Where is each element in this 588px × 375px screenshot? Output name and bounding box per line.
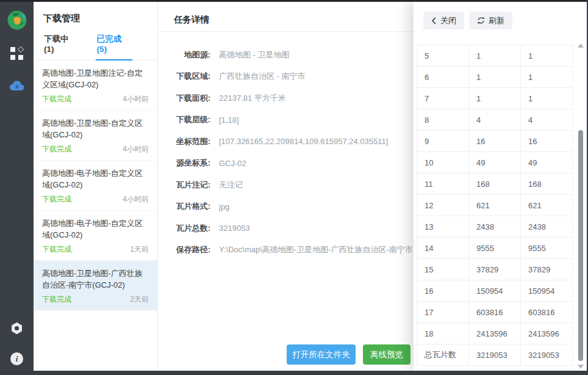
table-row: 12 621 621 — [417, 195, 573, 216]
sidebar: i — [0, 2, 34, 371]
table-cell-level: 17 — [417, 302, 469, 322]
table-cell-count-1: 4 — [469, 109, 521, 130]
table-cell-count-1: 2413596 — [469, 323, 521, 344]
table-cell-count-2: 621 — [521, 195, 573, 216]
table-cell-count-2: 2413596 — [521, 323, 573, 344]
table-cell-count-2: 3219053 — [521, 344, 573, 365]
tab-downloading[interactable]: 下载中(1) — [43, 32, 80, 60]
download-item-time: 4小时前 — [123, 194, 149, 205]
detail-field-value: 3219053 — [219, 224, 250, 233]
download-item-status: 下载完成 — [42, 94, 71, 104]
download-item-status: 下载完成 — [42, 144, 71, 155]
detail-field-label: 下载面积: — [159, 93, 210, 104]
download-item-time: 1天前 — [130, 244, 149, 255]
table-cell-count-1: 1 — [469, 67, 521, 87]
detail-field-value: GCJ-02 — [219, 159, 246, 168]
table-cell-count-1: 168 — [469, 173, 521, 194]
table-cell-level: 总瓦片数 — [417, 344, 469, 365]
table-cell-level: 6 — [417, 67, 469, 87]
download-item-meta: 下载完成 1天前 — [42, 244, 149, 255]
window-top-edge — [0, 0, 588, 2]
offline-preview-button[interactable]: 离线预览 — [363, 344, 411, 365]
table-row: 13 2438 2438 — [417, 216, 573, 238]
table-cell-count-2: 150954 — [521, 280, 573, 301]
chevron-left-icon — [431, 17, 437, 24]
close-button[interactable]: 关闭 — [423, 12, 464, 29]
download-item-meta: 下载完成 4小时前 — [42, 144, 149, 155]
table-cell-count-2: 4 — [521, 109, 573, 130]
detail-field-value: 广西壮族自治区 - 南宁市 — [219, 71, 306, 82]
window-bottom-edge — [0, 371, 588, 375]
download-item-time: 4小时前 — [123, 144, 149, 155]
table-cell-count-2: 1 — [521, 67, 573, 87]
table-row: 7 1 1 — [417, 88, 573, 109]
cloud-download-icon[interactable] — [0, 79, 34, 92]
table-cell-count-1: 1 — [469, 88, 521, 109]
table-row: 11 168 168 — [417, 173, 573, 195]
detail-field-value: jpg — [219, 202, 229, 211]
detail-field-label: 下载层级: — [159, 114, 210, 125]
detail-field-value: 高德地图 - 卫星地图 — [219, 49, 290, 60]
scrollbar-thumb[interactable] — [578, 130, 583, 361]
download-item-status: 下载完成 — [42, 294, 71, 305]
detail-field-label: 源坐标系: — [159, 158, 210, 169]
table-cell-count-1: 150954 — [469, 280, 521, 301]
detail-field-label: 下载区域: — [159, 71, 210, 82]
globe-logo-icon[interactable] — [0, 10, 34, 31]
table-row: 6 1 1 — [417, 67, 573, 88]
download-item[interactable]: 高德地图-卫星地图-广西壮族自治区-南宁市(GCJ-02) 下载完成 2天前 — [34, 261, 157, 311]
scroll-up-arrow[interactable] — [578, 43, 584, 48]
download-item[interactable]: 高德地图-电子地图-自定义区域(GCJ-02) 下载完成 1天前 — [34, 211, 157, 261]
table-cell-count-2: 1 — [521, 45, 573, 66]
download-manager-panel: 下载管理 下载中(1) 已完成(5) 高德地图-卫星地图注记-自定义区域(GCJ… — [34, 2, 158, 371]
info-icon[interactable]: i — [0, 352, 34, 365]
download-list: 高德地图-卫星地图注记-自定义区域(GCJ-02) 下载完成 4小时前 高德地图… — [34, 60, 157, 311]
download-item-meta: 下载完成 4小时前 — [42, 94, 149, 104]
table-cell-count-1: 621 — [469, 195, 521, 216]
table-row: 14 9555 9555 — [417, 238, 573, 259]
detail-field-value: [1,18] — [219, 115, 239, 125]
scroll-down-arrow[interactable] — [578, 365, 584, 369]
download-item-title: 高德地图-卫星地图-广西壮族自治区-南宁市(GCJ-02) — [42, 268, 149, 291]
table-cell-level: 9 — [417, 131, 469, 151]
refresh-button[interactable]: 刷新 — [469, 12, 512, 29]
table-row: 15 37829 37829 — [417, 259, 573, 280]
download-item-title: 高德地图-卫星地图-自定义区域(GCJ-02) — [42, 117, 149, 140]
detail-field-value: 22137.81 平方千米 — [219, 93, 286, 104]
table-row: 9 16 16 — [417, 131, 573, 152]
table-cell-count-2: 2438 — [521, 216, 573, 237]
download-item[interactable]: 高德地图-电子地图-自定义区域(GCJ-02) 下载完成 4小时前 — [34, 161, 157, 211]
table-cell-level: 12 — [417, 195, 469, 216]
table-cell-count-2: 16 — [521, 131, 573, 151]
download-item-title: 高德地图-卫星地图注记-自定义区域(GCJ-02) — [42, 67, 149, 90]
tab-completed[interactable]: 已完成(5) — [96, 32, 133, 60]
table-cell-count-1: 16 — [469, 131, 521, 151]
download-item[interactable]: 高德地图-卫星地图-自定义区域(GCJ-02) 下载完成 4小时前 — [34, 111, 157, 161]
table-cell-count-2: 49 — [521, 152, 573, 173]
table-row: 10 49 49 — [417, 152, 573, 173]
settings-gear-icon[interactable] — [0, 322, 34, 335]
refresh-icon — [477, 16, 485, 24]
download-item-title: 高德地图-电子地图-自定义区域(GCJ-02) — [42, 217, 149, 241]
table-cell-count-1: 9555 — [469, 238, 521, 258]
table-row: 16 150954 150954 — [417, 280, 573, 302]
download-item-time: 4小时前 — [123, 94, 149, 104]
table-row: 17 603816 603816 — [417, 302, 573, 323]
table-cell-level: 11 — [417, 173, 469, 194]
download-item-status: 下载完成 — [42, 244, 71, 255]
detail-field-label: 瓦片格式: — [159, 201, 210, 212]
download-item[interactable]: 高德地图-卫星地图注记-自定义区域(GCJ-02) 下载完成 4小时前 — [34, 60, 157, 111]
table-row: 5 1 1 — [417, 45, 573, 67]
table-row: 8 4 4 — [417, 109, 573, 131]
detail-field-value: Y:\Doc\map\高德地图-卫星地图-广西壮族自治区-南宁市 — [219, 244, 413, 255]
detail-field-value: [107.326165,22.209814,109.615957,24.0355… — [219, 137, 388, 146]
table-cell-level: 14 — [417, 238, 469, 258]
table-row: 总瓦片数 3219053 3219053 — [417, 344, 573, 366]
scrollbar[interactable] — [578, 42, 584, 370]
table-cell-count-1: 3219053 — [469, 344, 521, 365]
download-item-status: 下载完成 — [42, 194, 71, 205]
open-folder-button[interactable]: 打开所在文件夹 — [287, 344, 356, 365]
apps-grid-icon[interactable] — [0, 47, 34, 60]
detail-field-label: 坐标范围: — [159, 136, 210, 147]
table-cell-level: 5 — [417, 45, 469, 66]
